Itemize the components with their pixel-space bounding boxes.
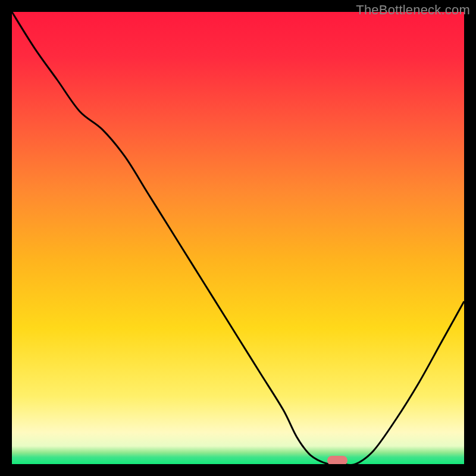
- plot-area: [12, 12, 464, 464]
- bottleneck-curve: [12, 12, 464, 464]
- chart-frame: TheBottleneck.com: [0, 0, 476, 476]
- watermark-text: TheBottleneck.com: [356, 2, 470, 18]
- optimal-marker: [327, 456, 347, 464]
